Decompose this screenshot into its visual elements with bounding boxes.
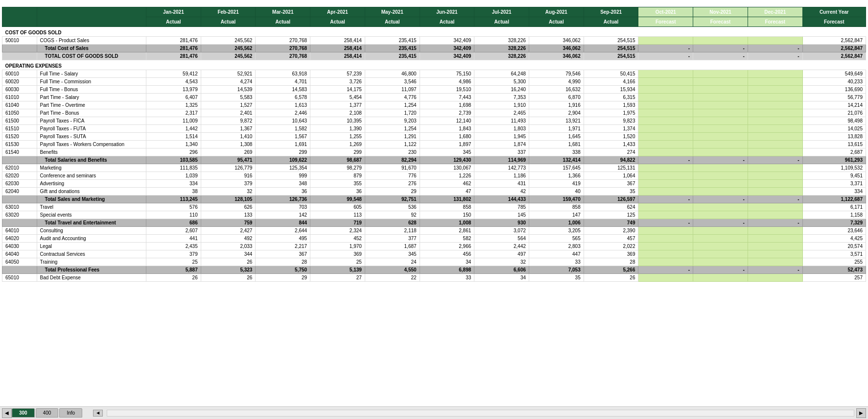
value-cell[interactable]	[748, 172, 802, 180]
value-cell[interactable]	[748, 243, 802, 250]
value-cell[interactable]	[748, 117, 802, 125]
nav-left-arrow[interactable]: ◀	[2, 408, 12, 418]
value-cell[interactable]	[693, 109, 748, 117]
value-cell[interactable]: -	[693, 52, 748, 60]
value-cell[interactable]	[638, 117, 693, 125]
value-cell[interactable]	[693, 203, 748, 211]
tab-400[interactable]: 400	[36, 408, 59, 418]
value-cell[interactable]	[748, 211, 802, 219]
value-cell[interactable]	[638, 109, 693, 117]
value-cell[interactable]	[638, 250, 693, 258]
value-cell[interactable]	[638, 258, 693, 266]
value-cell[interactable]: -	[748, 156, 802, 164]
value-cell[interactable]	[693, 258, 748, 266]
value-cell[interactable]	[638, 37, 693, 45]
value-cell[interactable]	[748, 86, 802, 94]
value-cell[interactable]	[693, 188, 748, 196]
value-cell[interactable]	[693, 243, 748, 250]
value-cell[interactable]	[748, 274, 802, 282]
value-cell: 82,294	[365, 156, 420, 164]
value-cell[interactable]	[693, 86, 748, 94]
value-cell[interactable]	[693, 164, 748, 172]
value-cell[interactable]	[638, 101, 693, 109]
scroll-left[interactable]: ◀	[93, 410, 103, 417]
tab-info[interactable]: Info	[59, 408, 82, 418]
table-row: 61500Payroll Taxes - FICA11,0099,87210,6…	[2, 117, 866, 125]
value-cell[interactable]	[748, 141, 802, 148]
value-cell[interactable]	[693, 117, 748, 125]
value-cell[interactable]	[693, 172, 748, 180]
value-cell[interactable]	[748, 133, 802, 141]
value-cell[interactable]	[748, 164, 802, 172]
value-cell[interactable]: -	[638, 156, 693, 164]
value-cell[interactable]	[748, 94, 802, 101]
value-cell[interactable]	[638, 78, 693, 86]
value-cell[interactable]	[693, 94, 748, 101]
value-cell[interactable]: -	[638, 52, 693, 60]
value-cell[interactable]	[693, 235, 748, 243]
value-cell[interactable]: -	[638, 266, 693, 274]
value-cell[interactable]: -	[693, 45, 748, 52]
value-cell[interactable]	[748, 180, 802, 188]
value-cell[interactable]	[638, 235, 693, 243]
value-cell[interactable]	[693, 133, 748, 141]
value-cell[interactable]	[748, 109, 802, 117]
value-cell[interactable]	[748, 235, 802, 243]
value-cell[interactable]	[638, 211, 693, 219]
value-cell[interactable]: -	[693, 196, 748, 203]
value-cell[interactable]	[748, 250, 802, 258]
value-cell[interactable]: -	[748, 266, 802, 274]
value-cell[interactable]	[693, 101, 748, 109]
nav-right-arrow[interactable]: ▶	[856, 408, 866, 418]
value-cell[interactable]	[638, 180, 693, 188]
value-cell[interactable]	[693, 148, 748, 156]
value-cell[interactable]	[748, 258, 802, 266]
value-cell[interactable]	[638, 164, 693, 172]
value-cell[interactable]	[693, 250, 748, 258]
value-cell[interactable]	[748, 227, 802, 235]
value-cell[interactable]	[693, 70, 748, 78]
table-container[interactable]: Jan-2021 Feb-2021 Mar-2021 Apr-2021 May-…	[0, 7, 868, 406]
value-cell[interactable]: -	[693, 219, 748, 227]
value-cell[interactable]	[638, 148, 693, 156]
value-cell[interactable]: -	[748, 196, 802, 203]
value-cell[interactable]: -	[693, 156, 748, 164]
value-cell[interactable]: -	[693, 266, 748, 274]
value-cell[interactable]: -	[748, 45, 802, 52]
value-cell[interactable]	[638, 86, 693, 94]
value-cell[interactable]: -	[748, 52, 802, 60]
value-cell[interactable]: -	[638, 45, 693, 52]
value-cell[interactable]	[638, 172, 693, 180]
value-cell[interactable]	[748, 188, 802, 196]
value-cell[interactable]	[638, 227, 693, 235]
value-cell[interactable]	[693, 78, 748, 86]
value-cell[interactable]	[693, 211, 748, 219]
value-cell[interactable]	[693, 141, 748, 148]
value-cell[interactable]: -	[638, 219, 693, 227]
value-cell[interactable]: -	[748, 219, 802, 227]
value-cell[interactable]	[748, 203, 802, 211]
value-cell[interactable]	[638, 188, 693, 196]
value-cell[interactable]: -	[638, 196, 693, 203]
value-cell[interactable]	[638, 141, 693, 148]
horizontal-scrollbar[interactable]	[107, 410, 854, 417]
value-cell[interactable]	[748, 78, 802, 86]
value-cell[interactable]	[748, 125, 802, 133]
value-cell[interactable]	[748, 70, 802, 78]
value-cell[interactable]	[693, 180, 748, 188]
value-cell[interactable]	[748, 148, 802, 156]
value-cell[interactable]	[693, 274, 748, 282]
value-cell[interactable]	[693, 37, 748, 45]
value-cell[interactable]	[638, 203, 693, 211]
value-cell[interactable]	[638, 70, 693, 78]
value-cell[interactable]	[638, 133, 693, 141]
value-cell[interactable]	[693, 227, 748, 235]
value-cell[interactable]	[693, 125, 748, 133]
tab-300[interactable]: 300	[12, 408, 35, 418]
value-cell[interactable]	[638, 243, 693, 250]
value-cell[interactable]	[748, 101, 802, 109]
value-cell[interactable]	[638, 94, 693, 101]
value-cell[interactable]	[638, 274, 693, 282]
value-cell[interactable]	[748, 37, 802, 45]
value-cell[interactable]	[638, 125, 693, 133]
